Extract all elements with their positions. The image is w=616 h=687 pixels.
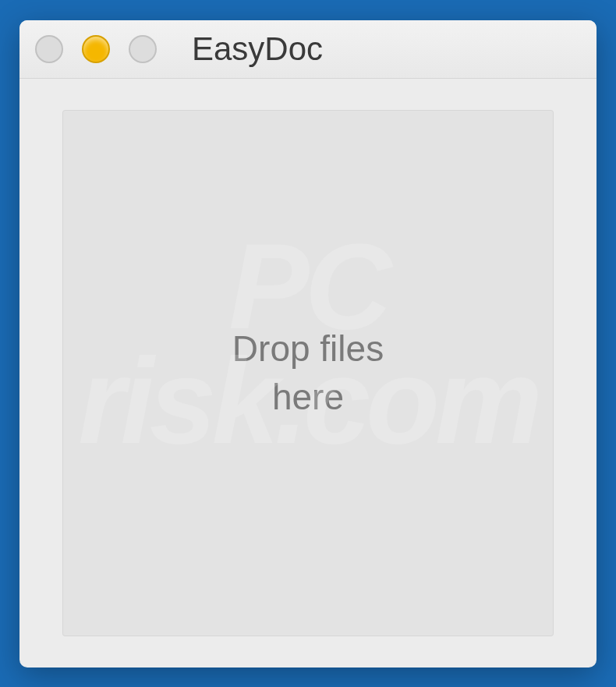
app-window: EasyDoc Drop files here [19, 20, 597, 668]
traffic-lights [35, 35, 157, 63]
dropzone-label: Drop files here [232, 324, 384, 421]
window-title: EasyDoc [192, 30, 323, 68]
minimize-button[interactable] [82, 35, 110, 63]
close-button[interactable] [35, 35, 63, 63]
window-content: Drop files here [19, 79, 597, 668]
titlebar[interactable]: EasyDoc [19, 20, 597, 79]
zoom-button[interactable] [129, 35, 157, 63]
dropzone[interactable]: Drop files here [62, 110, 554, 636]
